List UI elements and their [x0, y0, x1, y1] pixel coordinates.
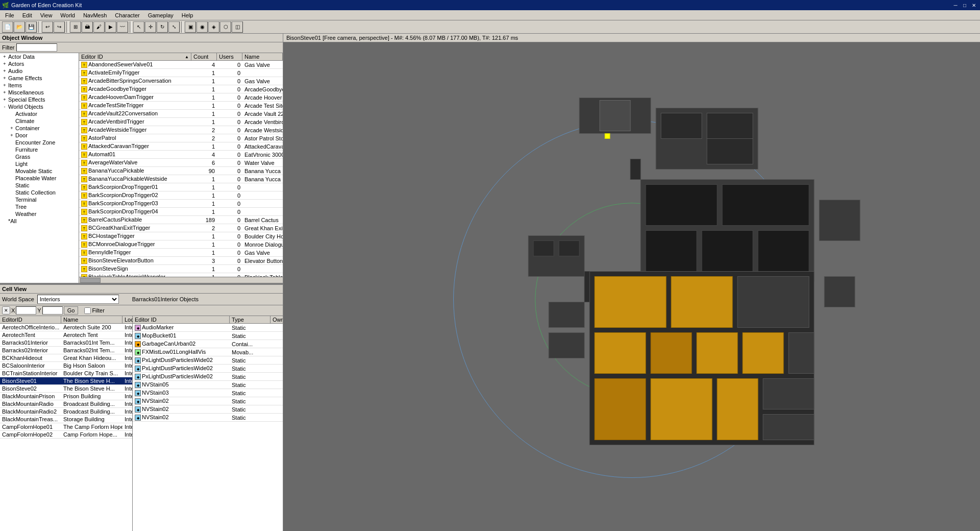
maximize-button[interactable]: □	[961, 2, 969, 9]
cell-list-row[interactable]: BisonSteve02 The Bison Steve H... Interi…	[0, 385, 132, 393]
tree-items[interactable]: + Items	[0, 82, 79, 89]
col-header-users[interactable]: Users	[217, 53, 242, 60]
toolbar-redo[interactable]: ↪	[54, 21, 65, 33]
cell-object-row[interactable]: ◆FXMistLow01LongHallVis Movab...	[133, 348, 283, 356]
cell-object-row[interactable]: ◆NVStain02 Static	[133, 414, 283, 422]
cell-col-name[interactable]: Name	[61, 316, 122, 323]
tree-all[interactable]: *All	[0, 218, 79, 225]
object-list-row[interactable]: TArcadeWestsideTrigger 2 0 Arcade Westsi…	[79, 126, 283, 134]
cell-list-row[interactable]: CampFolornHope02 Camp Forlorn Hope... In…	[0, 431, 132, 439]
toolbar-scale[interactable]: ⤡	[168, 21, 180, 33]
object-list-row[interactable]: TBisonSteveElevatorButton 3 0 Elevator B…	[79, 257, 283, 265]
cell-list-row[interactable]: BCKhanHideout Great Khan Hideou... Inter…	[0, 354, 132, 362]
object-list-row[interactable]: TAbandonedSewerValve01 4 0 Gas Valve	[79, 61, 283, 69]
object-list-row[interactable]: TBarkScorpionDropTrigger01 1 0	[79, 183, 283, 191]
tree-container[interactable]: + Container	[0, 125, 79, 132]
toolbar-btn-e[interactable]: ◫	[232, 21, 243, 33]
tree-special-effects[interactable]: + Special Effects	[0, 96, 79, 103]
title-bar-controls[interactable]: ─ □ ✕	[951, 2, 978, 9]
tree-terminal[interactable]: Terminal	[0, 196, 79, 203]
cell-list-row[interactable]: BlackMountainRadio2 Broadcast Building..…	[0, 408, 132, 416]
cell-object-row[interactable]: ◆MopBucket01 Static	[133, 332, 283, 340]
object-list-row[interactable]: TBananaYuccaPickableWestside 1 0 Banana …	[79, 175, 283, 183]
toolbar-paint[interactable]: 🖌	[93, 21, 105, 33]
object-list-row[interactable]: TArcadeVault22Conversation 1 0 Arcade Va…	[79, 110, 283, 118]
object-list-row[interactable]: TArcadeGoodbyeTrigger 1 0 ArcadeGoodbyeT…	[79, 85, 283, 93]
filter-input[interactable]	[16, 43, 57, 52]
tree-door[interactable]: + Door	[0, 132, 79, 139]
tree-world-objects[interactable]: - World Objects	[0, 103, 79, 110]
menu-edit[interactable]: Edit	[18, 11, 36, 19]
toolbar-select[interactable]: ↖	[133, 21, 144, 33]
object-list-row[interactable]: TBCGreatKhanExitTrigger 2 0 Great Khan E…	[79, 224, 283, 232]
cell-list-row[interactable]: BCTrainStationInterior Boulder City Trai…	[0, 370, 132, 377]
tree-actors[interactable]: + Actors	[0, 60, 79, 67]
menu-world[interactable]: World	[56, 11, 79, 19]
cell-list-row[interactable]: Barracks02Interior Barracks02Int Tem... …	[0, 347, 132, 354]
object-list-row[interactable]: TArcadeHooverDamTrigger 1 0 Arcade Hoove…	[79, 93, 283, 102]
object-list-row[interactable]: TAttackedCaravanTrigger 1 0 AttackedCara…	[79, 142, 283, 151]
cell-object-row[interactable]: ◆NVStain02 Static	[133, 397, 283, 405]
cell-object-row[interactable]: ◆PxLightDustParticlesWide02 Static	[133, 365, 283, 373]
object-list-row[interactable]: TBarkScorpionDropTrigger03 1 0	[79, 200, 283, 208]
object-list-row[interactable]: TBarkScorpionDropTrigger02 1 0	[79, 191, 283, 200]
object-list-row[interactable]: TArcadeVentbirdTrigger 1 0 Arcade Ventbi…	[79, 118, 283, 126]
col-header-editor-id[interactable]: Editor ID▲	[79, 53, 191, 60]
col-header-name[interactable]: Name	[242, 53, 283, 60]
cell-object-row[interactable]: ◆PxLightDustParticlesWide02 Static	[133, 356, 283, 365]
cell-object-row[interactable]: ◆AudioMarker Static	[133, 324, 283, 332]
toolbar-open[interactable]: 📂	[14, 21, 25, 33]
object-list-row[interactable]: TArcadeBitterSpringsConversation 1 0 Gas…	[79, 77, 283, 85]
cell-list-row[interactable]: BCSaloonInterior Big Hson Saloon Interio…	[0, 362, 132, 370]
tree-encounter-zone[interactable]: Encounter Zone	[0, 139, 79, 146]
object-list-row[interactable]: TBarrelCactusPickable 189 0 Barrel Cactu…	[79, 216, 283, 224]
toolbar-rotate[interactable]: ↻	[157, 21, 168, 33]
object-list-row[interactable]: TAverageWaterValve 6 0 Water Valve	[79, 159, 283, 167]
tree-weather[interactable]: Weather	[0, 210, 79, 218]
cell-list-scroll[interactable]: AerotechOfficeInterio... Aerotech Suite …	[0, 324, 132, 531]
cell-list-row[interactable]: AerotechTent Aerotech Tent Interior	[0, 331, 132, 339]
object-list-row[interactable]: TBlackjackTableAtomicWrangler 1 0 Blackj…	[79, 273, 283, 277]
cell-list-row[interactable]: BlackMountainRadio Broadcast Building...…	[0, 400, 132, 408]
toolbar-move[interactable]: ✛	[145, 21, 156, 33]
cell-col-editor-id[interactable]: EditorID	[0, 316, 61, 323]
world-space-select[interactable]: Interiors Tamriel	[37, 295, 119, 304]
toolbar-btn-a[interactable]: ▣	[185, 21, 196, 33]
tree-activator[interactable]: Activator	[0, 110, 79, 117]
tree-static-collection[interactable]: Static Collection	[0, 189, 79, 196]
col-header-count[interactable]: Count	[191, 53, 217, 60]
tree-grass[interactable]: Grass	[0, 153, 79, 160]
menu-file[interactable]: File	[1, 11, 18, 19]
menu-help[interactable]: Help	[178, 11, 198, 19]
object-list-row[interactable]: TArcadeTestSiteTrigger 1 0 Arcade Test S…	[79, 102, 283, 110]
tree-movable-static[interactable]: Movable Static	[0, 167, 79, 175]
cell-y-input[interactable]	[42, 306, 63, 315]
obj-col-type[interactable]: Type	[230, 316, 271, 323]
tree-placeable-water[interactable]: Placeable Water	[0, 175, 79, 182]
toolbar-save[interactable]: 💾	[26, 21, 37, 33]
toolbar-btn-b[interactable]: ◉	[197, 21, 208, 33]
object-list-row[interactable]: TBCHostageTrigger 1 0 Boulder City Hosta…	[79, 232, 283, 240]
object-list-row[interactable]: TAstorPatrol 2 0 Astor Patrol Stop	[79, 134, 283, 142]
toolbar-land[interactable]: 🏔	[82, 21, 93, 33]
object-list-hscroll[interactable]	[79, 277, 283, 283]
go-button[interactable]: Go	[64, 306, 79, 315]
cell-object-row[interactable]: ◆NVStain02 Static	[133, 405, 283, 414]
cell-object-row[interactable]: ◆NVStain03 Static	[133, 389, 283, 397]
object-list-row[interactable]: TBarkScorpionDropTrigger04 1 0	[79, 208, 283, 216]
tree-static[interactable]: Static	[0, 182, 79, 189]
toolbar-btn-d[interactable]: ⬡	[220, 21, 231, 33]
menu-navmesh[interactable]: NavMesh	[79, 11, 111, 19]
object-list-row[interactable]: TAutomat01 4 0 EatVtronic 3000	[79, 151, 283, 159]
close-button[interactable]: ✕	[970, 2, 978, 9]
minimize-button[interactable]: ─	[951, 2, 960, 9]
menu-character[interactable]: Character	[111, 11, 143, 19]
obj-col-owner[interactable]: Owner...	[271, 316, 283, 323]
toolbar-path[interactable]: ▶	[105, 21, 116, 33]
tree-climate[interactable]: Climate	[0, 117, 79, 125]
object-list-row[interactable]: TBananaYuccaPickable 90 0 Banana Yucca	[79, 167, 283, 175]
viewport[interactable]	[283, 42, 980, 531]
cell-object-row[interactable]: ◆NVStain05 Static	[133, 381, 283, 389]
cell-list-row[interactable]: BlackMountainTreas... Storage Building I…	[0, 416, 132, 423]
tree-game-effects[interactable]: + Game Effects	[0, 75, 79, 82]
